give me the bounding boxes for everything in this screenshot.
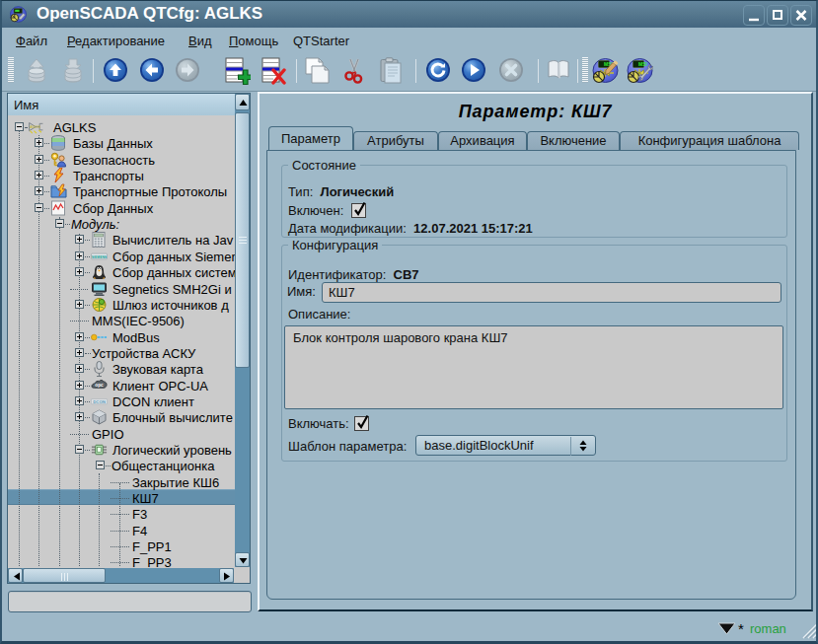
svg-text:MS!: MS! bbox=[638, 61, 648, 67]
svg-text:DCON: DCON bbox=[93, 399, 106, 404]
svg-text:AGLKS: AGLKS bbox=[30, 125, 40, 129]
svg-text:opc: opc bbox=[95, 383, 104, 388]
svg-text:SIEMENS: SIEMENS bbox=[92, 255, 108, 259]
